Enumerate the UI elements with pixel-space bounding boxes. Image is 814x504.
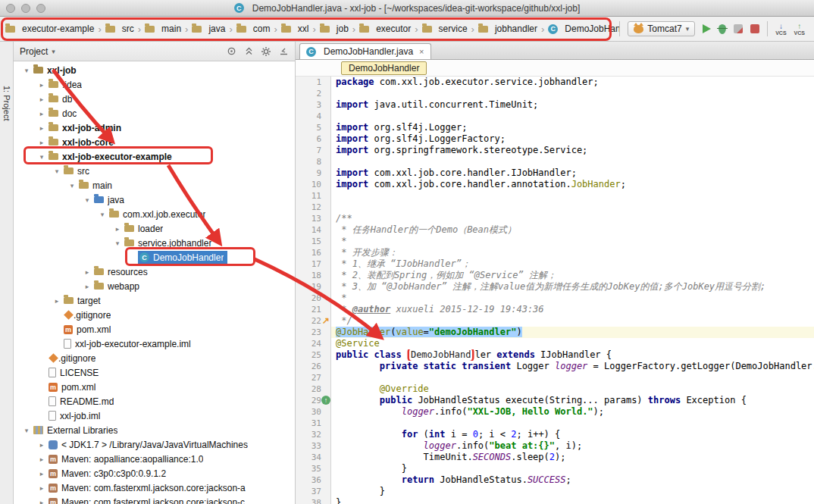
- editor-tab[interactable]: C DemoJobHandler.java ×: [299, 43, 431, 59]
- code-line[interactable]: 37 }: [296, 486, 814, 497]
- close-window-button[interactable]: [6, 4, 15, 13]
- code-line[interactable]: 7import org.springframework.stereotype.S…: [296, 145, 814, 156]
- tree-item[interactable]: README.md: [14, 394, 295, 409]
- tree-item[interactable]: ▸db: [14, 92, 295, 106]
- line-number[interactable]: 12: [296, 202, 331, 213]
- code-line[interactable]: 36 return JobHandleStatus.SUCCESS;: [296, 474, 814, 486]
- code-line[interactable]: 30 logger.info("XXL-JOB, Hello World.");: [296, 406, 814, 418]
- line-number[interactable]: 6: [296, 133, 331, 145]
- code-line[interactable]: 24@Service: [296, 338, 814, 349]
- code-line[interactable]: 33 logger.info("beat at:{}", i);: [296, 440, 814, 452]
- code-line[interactable]: 34 TimeUnit.SECONDS.sleep(2);: [296, 452, 814, 463]
- line-number[interactable]: 24: [296, 338, 331, 349]
- line-number[interactable]: 35: [296, 463, 331, 474]
- line-number[interactable]: 2: [296, 88, 331, 99]
- breadcrumb-item[interactable]: xxl: [279, 22, 312, 36]
- code-line[interactable]: 26 private static transient Logger logge…: [296, 361, 814, 372]
- code-line[interactable]: 2: [296, 88, 814, 99]
- collapsed-arrow-icon[interactable]: ▸: [36, 124, 47, 132]
- tree-item[interactable]: ▸mMaven: com.fasterxml.jackson.core:jack…: [14, 481, 295, 495]
- line-number[interactable]: 25: [296, 349, 331, 361]
- code-line[interactable]: 3import java.util.concurrent.TimeUnit;: [296, 99, 814, 111]
- code-line[interactable]: 25public class DemoJobHandler extends IJ…: [296, 349, 814, 361]
- expanded-arrow-icon[interactable]: ▾: [112, 239, 123, 247]
- line-number[interactable]: 1: [296, 77, 331, 88]
- code-line[interactable]: 14 * 任务Handler的一个Demo（Bean模式）: [296, 224, 814, 236]
- tree-item[interactable]: ▸resources: [14, 265, 295, 279]
- breadcrumb-item[interactable]: java: [189, 22, 227, 36]
- breadcrumb-item[interactable]: executor: [357, 22, 413, 36]
- line-number[interactable]: 5: [296, 122, 331, 133]
- line-number[interactable]: 8: [296, 156, 331, 167]
- expanded-arrow-icon[interactable]: ▾: [36, 153, 47, 161]
- scroll-from-source-icon[interactable]: [226, 46, 236, 57]
- code-line[interactable]: 6import org.slf4j.LoggerFactory;: [296, 133, 814, 145]
- tree-item[interactable]: .gitignore: [14, 308, 295, 322]
- line-number[interactable]: 33: [296, 440, 331, 452]
- tree-item[interactable]: xxl-job-executor-example.iml: [14, 337, 295, 351]
- collapsed-arrow-icon[interactable]: ▸: [52, 297, 62, 305]
- tree-item[interactable]: mpom.xml: [14, 380, 295, 394]
- expanded-arrow-icon[interactable]: ▾: [67, 182, 77, 189]
- code-line[interactable]: 22↗ */: [296, 315, 814, 327]
- tree-item[interactable]: ▾service.jobhandler: [14, 236, 295, 250]
- collapsed-arrow-icon[interactable]: ▸: [82, 268, 92, 276]
- editor-breadcrumb[interactable]: DemoJobHandler: [341, 61, 427, 75]
- collapsed-arrow-icon[interactable]: ▸: [36, 110, 47, 117]
- breadcrumb-item[interactable]: main: [142, 22, 183, 36]
- tree-item[interactable]: ▸doc: [14, 106, 295, 121]
- breadcrumb-item[interactable]: executor-example: [3, 22, 96, 36]
- zoom-window-button[interactable]: [36, 4, 45, 13]
- collapsed-arrow-icon[interactable]: ▸: [36, 81, 47, 89]
- breadcrumb-item[interactable]: jobhandler: [476, 22, 540, 36]
- line-number[interactable]: 20: [296, 293, 331, 304]
- line-number[interactable]: 3: [296, 99, 331, 111]
- line-number[interactable]: 14: [296, 224, 331, 236]
- line-number[interactable]: 27: [296, 372, 331, 383]
- line-number[interactable]: 37: [296, 486, 331, 497]
- code-line[interactable]: 20 *: [296, 293, 814, 304]
- line-number[interactable]: 21: [296, 304, 331, 315]
- tree-item[interactable]: ▸< JDK1.7 > /Library/Java/JavaVirtualMac…: [14, 437, 295, 452]
- code-line[interactable]: 38}: [296, 497, 814, 504]
- tree-item[interactable]: ▾xxl-job-executor-example: [14, 149, 295, 164]
- collapsed-arrow-icon[interactable]: ▸: [36, 441, 47, 449]
- code-line[interactable]: 27: [296, 372, 814, 383]
- breadcrumb-item[interactable]: com: [234, 22, 273, 36]
- tree-item[interactable]: .gitignore: [14, 351, 295, 365]
- line-number[interactable]: 17: [296, 258, 331, 270]
- tree-item[interactable]: mpom.xml: [14, 322, 295, 337]
- line-number[interactable]: 32: [296, 429, 331, 440]
- line-number[interactable]: 29↑: [296, 395, 331, 406]
- code-line[interactable]: 29↑ public JobHandleStatus execute(Strin…: [296, 395, 814, 406]
- code-line[interactable]: 21 * @author xuxueli 2015-12-19 19:43:36: [296, 304, 814, 315]
- code-line[interactable]: 32 for (int i = 0; i < 2; i++) {: [296, 429, 814, 440]
- breadcrumb-item[interactable]: CDemoJobHandler: [546, 22, 619, 36]
- code-line[interactable]: 10import com.xxl.job.core.handler.annota…: [296, 179, 814, 190]
- line-number[interactable]: 23: [296, 327, 331, 338]
- expanded-arrow-icon[interactable]: ▾: [21, 427, 32, 434]
- line-number[interactable]: 4: [296, 111, 331, 122]
- tree-item[interactable]: ▸mMaven: aopalliance:aopalliance:1.0: [14, 452, 295, 466]
- code-line[interactable]: 19 * 3、加 “@JobHander” 注解，注解value值为新增任务生成…: [296, 281, 814, 293]
- tree-item[interactable]: ▸xxl-job-admin: [14, 121, 295, 135]
- tree-item[interactable]: ▾main: [14, 178, 295, 193]
- breadcrumb-item[interactable]: src: [103, 22, 136, 36]
- line-number[interactable]: 15: [296, 236, 331, 247]
- expanded-arrow-icon[interactable]: ▾: [21, 67, 32, 74]
- code-line[interactable]: 4: [296, 111, 814, 122]
- code-line[interactable]: 23@JobHander(value="demoJobHandler"): [296, 327, 814, 338]
- collapsed-arrow-icon[interactable]: ▸: [36, 499, 47, 504]
- code-line[interactable]: 17 * 1、继承 “IJobHandler”；: [296, 258, 814, 270]
- run-button[interactable]: [703, 24, 711, 33]
- tree-item[interactable]: xxl-job.iml: [14, 409, 295, 423]
- breadcrumb-item[interactable]: job: [318, 22, 351, 36]
- code-line[interactable]: 5import org.slf4j.Logger;: [296, 122, 814, 133]
- collapsed-arrow-icon[interactable]: ▸: [36, 484, 47, 492]
- code-line[interactable]: 12: [296, 202, 814, 213]
- breadcrumb-item[interactable]: service: [420, 22, 470, 36]
- vcs-update-button[interactable]: ↓ VCS: [775, 23, 786, 36]
- tree-item[interactable]: ▸mMaven: c3p0:c3p0:0.9.1.2: [14, 466, 295, 481]
- tree-item[interactable]: ▸mMaven: com.fasterxml.jackson.core:jack…: [14, 495, 295, 504]
- code-line[interactable]: 28 @Override: [296, 383, 814, 395]
